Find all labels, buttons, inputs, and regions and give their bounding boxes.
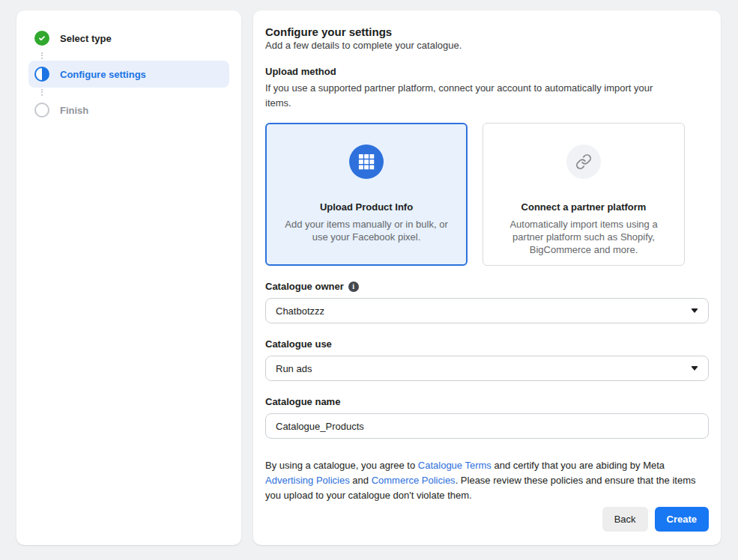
step-configure-settings[interactable]: Configure settings xyxy=(28,61,229,88)
configure-settings-panel: Configure your settings Add a few detail… xyxy=(253,10,721,545)
catalogue-owner-label: Catalogue owner i xyxy=(265,281,709,293)
step-finish[interactable]: Finish xyxy=(28,97,229,123)
upload-method-description: If you use a supported partner platform,… xyxy=(265,81,679,111)
field-label-text: Catalogue use xyxy=(265,338,332,350)
info-icon[interactable]: i xyxy=(348,281,359,292)
chevron-down-icon xyxy=(691,366,698,371)
upload-method-heading: Upload method xyxy=(265,66,709,78)
step-connector-dots xyxy=(41,89,43,96)
selected-value: Chatbotzzz xyxy=(276,305,324,317)
commerce-policies-link[interactable]: Commerce Policies xyxy=(372,475,456,486)
empty-circle-icon xyxy=(34,103,49,118)
step-label: Configure settings xyxy=(60,69,146,80)
catalogue-owner-select[interactable]: Chatbotzzz xyxy=(265,298,709,323)
stepper-sidebar: Select type Configure settings Finish xyxy=(16,10,241,545)
upload-product-info-card[interactable]: Upload Product Info Add your items manua… xyxy=(265,123,468,266)
field-label-text: Catalogue owner xyxy=(265,281,344,293)
advertising-policies-link[interactable]: Advertising Policies xyxy=(265,475,350,486)
step-connector-dots xyxy=(41,52,43,59)
catalogue-name-label: Catalogue name xyxy=(265,396,709,408)
chevron-down-icon xyxy=(691,308,698,313)
footer-actions: Back Create xyxy=(265,507,709,538)
step-label: Select type xyxy=(60,33,112,44)
legal-segment: By using a catalogue, you agree to xyxy=(265,460,418,471)
card-description: Automatically import items using a partn… xyxy=(497,218,671,256)
card-title: Upload Product Info xyxy=(320,201,413,213)
step-select-type[interactable]: Select type xyxy=(28,25,229,51)
page-title: Configure your settings xyxy=(265,25,709,39)
catalogue-use-label: Catalogue use xyxy=(265,338,709,350)
legal-text: By using a catalogue, you agree to Catal… xyxy=(265,458,709,503)
grid-icon xyxy=(349,144,384,179)
legal-segment: and certify that you are abiding by Meta xyxy=(492,460,665,471)
selected-value: Run ads xyxy=(276,363,312,374)
connect-partner-platform-card[interactable]: Connect a partner platform Automatically… xyxy=(483,123,685,266)
card-title: Connect a partner platform xyxy=(521,201,647,213)
legal-segment: and xyxy=(350,475,372,486)
back-button[interactable]: Back xyxy=(602,507,648,532)
half-circle-icon xyxy=(34,67,49,82)
field-label-text: Catalogue name xyxy=(265,396,340,408)
page-subtitle: Add a few details to complete your catal… xyxy=(265,39,709,52)
step-label: Finish xyxy=(60,105,88,116)
upload-method-options: Upload Product Info Add your items manua… xyxy=(265,123,709,266)
catalogue-terms-link[interactable]: Catalogue Terms xyxy=(418,460,492,471)
catalogue-name-input[interactable] xyxy=(265,413,709,439)
link-icon xyxy=(566,144,601,179)
catalogue-wizard: Select type Configure settings Finish Co… xyxy=(0,0,738,560)
card-description: Add your items manually or in bulk, or u… xyxy=(280,218,453,243)
catalogue-use-select[interactable]: Run ads xyxy=(265,356,709,381)
check-circle-icon xyxy=(34,31,49,46)
create-button[interactable]: Create xyxy=(655,507,709,532)
